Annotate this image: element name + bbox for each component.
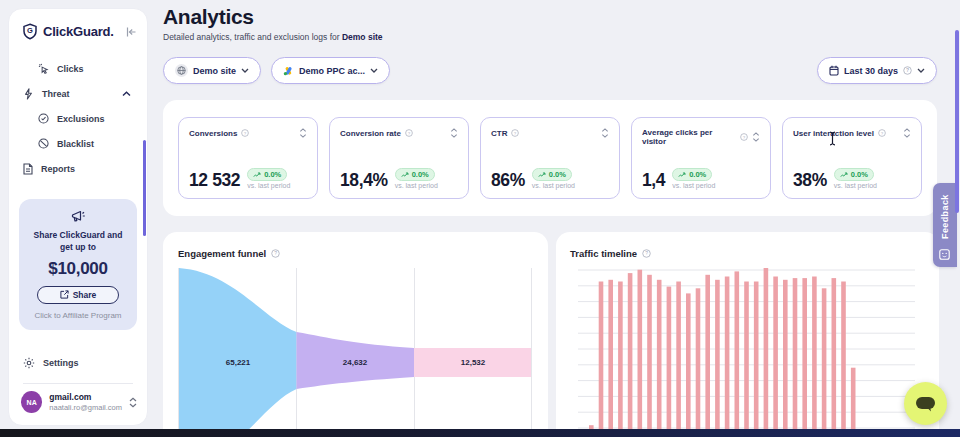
affiliate-link[interactable]: Click to Affiliate Program (27, 311, 129, 320)
timeline-bar (832, 278, 837, 437)
chevron-updown-icon (129, 397, 137, 408)
shield-logo-icon: G (22, 23, 38, 40)
timeline-bar (608, 280, 613, 437)
trend-change: 0.0% (412, 170, 429, 179)
account-switcher[interactable]: NA gmail.com naatali.ro@gmail.com (9, 391, 147, 425)
funnel-chart: 65,221 24,632 12,532 (178, 268, 532, 437)
sidebar-scrollbar[interactable] (143, 140, 146, 236)
info-icon[interactable]: ? (740, 133, 748, 141)
trend-change: 0.0% (851, 170, 868, 179)
date-range-dropdown[interactable]: Last 30 days ? (817, 57, 937, 84)
sidebar-item-threat[interactable]: Threat (9, 81, 147, 106)
check-circle-icon (38, 113, 49, 124)
timeline-bar (638, 270, 643, 437)
file-icon (23, 163, 33, 175)
chat-launcher-button[interactable] (904, 382, 947, 425)
timeline-bar (812, 277, 817, 437)
sidebar-item-exclusions[interactable]: Exclusions (9, 106, 147, 131)
info-icon[interactable]: ? (405, 129, 413, 137)
timeline-bar (754, 282, 759, 437)
settings-label: Settings (43, 358, 79, 368)
info-icon[interactable]: ? (642, 249, 651, 258)
trend-up-icon (840, 172, 848, 178)
ppc-account-dropdown[interactable]: Demo PPC ac... (271, 57, 390, 84)
timeline-bar (676, 282, 681, 437)
sort-icon[interactable] (601, 128, 609, 138)
sidebar-item-settings[interactable]: Settings (9, 351, 147, 375)
timeline-bar (744, 282, 749, 437)
logo: G ClickGuard. (9, 9, 147, 50)
feedback-tab[interactable]: Feedback (933, 183, 957, 267)
timeline-bar (667, 287, 672, 437)
promo-amount: $10,000 (27, 259, 129, 279)
timeline-bar (783, 280, 788, 437)
timeline-bar (802, 278, 807, 437)
chevron-down-icon (241, 68, 249, 73)
trend-badge: 0.0% (532, 168, 572, 181)
chevron-down-icon (917, 68, 925, 73)
subtitle-site-name: Demo site (342, 32, 383, 42)
ban-icon (38, 138, 49, 149)
metric-card: Conversions ? 12 532 0.0% (178, 117, 318, 199)
chevron-up-icon[interactable] (122, 91, 131, 97)
timeline-bar (851, 368, 856, 437)
metric-value: 38% (793, 172, 827, 190)
google-ads-icon (283, 66, 294, 76)
svg-text:G: G (27, 26, 33, 35)
sidebar-item-clicks[interactable]: Clicks (9, 56, 147, 81)
sidebar: G ClickGuard. Clicks (8, 8, 148, 426)
info-icon[interactable]: ? (511, 129, 519, 137)
sort-icon[interactable] (903, 128, 911, 138)
metric-label: User interaction level (793, 129, 874, 138)
page-subtitle: Detailed analytics, traffic and exclusio… (163, 32, 383, 42)
timeline-bar (696, 288, 701, 437)
zap-icon (23, 88, 34, 100)
page-scrollbar[interactable] (955, 30, 959, 213)
trend-change: 0.0% (689, 170, 706, 179)
vs-last-period: vs. last period (672, 182, 715, 189)
svg-text:?: ? (274, 251, 277, 256)
sidebar-item-label: Threat (42, 89, 70, 99)
metric-card: Average clicks per visitor ? 1,4 0.0% (631, 117, 771, 199)
info-icon[interactable]: ? (271, 249, 280, 258)
sidebar-item-reports[interactable]: Reports (9, 156, 147, 181)
engagement-funnel-card: Engagement funnel ? 65,221 24,632 12,532 (163, 232, 548, 437)
sort-icon[interactable] (450, 128, 458, 138)
page-title: Analytics (163, 5, 254, 29)
feedback-icon (939, 249, 950, 260)
sidebar-item-label: Reports (41, 164, 75, 174)
vs-last-period: vs. last period (532, 182, 575, 189)
metric-card: Conversion rate ? 18,4% 0.0% (329, 117, 469, 199)
ppc-account-value: Demo PPC ac... (299, 66, 365, 76)
trend-up-icon (253, 172, 261, 178)
site-filter-value: Demo site (193, 66, 236, 76)
timeline-bar (657, 280, 662, 437)
funnel-stage-label: 12,532 (461, 358, 486, 367)
info-icon[interactable]: ? (878, 129, 886, 137)
site-filter-dropdown[interactable]: Demo site (163, 57, 261, 84)
timeline-bar (764, 268, 769, 437)
sort-icon[interactable] (299, 128, 307, 138)
trend-up-icon (538, 172, 546, 178)
external-link-icon (60, 290, 69, 299)
sidebar-item-label: Blacklist (57, 139, 94, 149)
vs-last-period: vs. last period (395, 182, 438, 189)
avatar: NA (21, 391, 42, 413)
svg-text:?: ? (906, 68, 909, 73)
globe-icon (175, 64, 188, 77)
collapse-sidebar-button[interactable] (125, 26, 137, 38)
sidebar-item-blacklist[interactable]: Blacklist (9, 131, 147, 156)
chevron-down-icon (370, 68, 378, 73)
promo-text: Share ClickGuard and get up to (27, 229, 129, 254)
trend-change: 0.0% (264, 170, 281, 179)
funnel-title: Engagement funnel (178, 248, 266, 259)
vs-last-period: vs. last period (834, 182, 877, 189)
svg-text:?: ? (881, 131, 884, 136)
cursor-click-icon (38, 63, 49, 74)
share-button[interactable]: Share (37, 286, 119, 304)
promo-card: Share ClickGuard and get up to $10,000 S… (19, 199, 137, 330)
sort-icon[interactable] (752, 132, 760, 142)
info-icon[interactable]: ? (241, 129, 249, 137)
timeline-chart (578, 268, 915, 437)
chat-bubble-icon (915, 396, 936, 412)
